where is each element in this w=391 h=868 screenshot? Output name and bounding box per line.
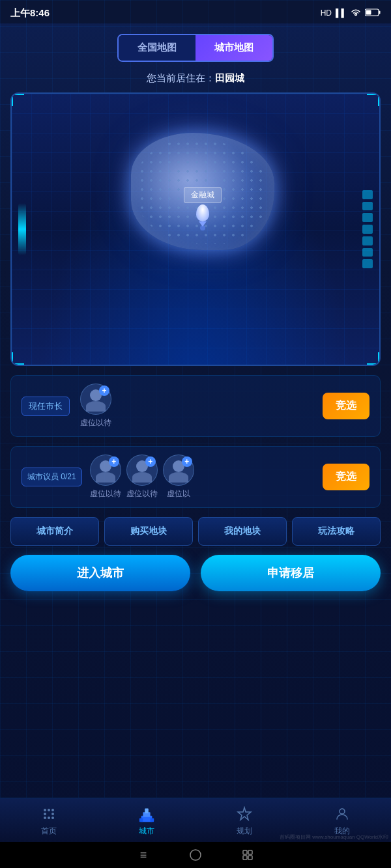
status-bar: 上午8:46 HD ▌▌ bbox=[0, 0, 391, 23]
home-icon bbox=[40, 805, 58, 823]
council-row: 城市议员 0/21 + 虚位以待 + 虚位以待 + bbox=[10, 446, 381, 508]
location-city: 田园城 bbox=[215, 72, 244, 83]
bottom-spacer bbox=[0, 600, 391, 692]
recent-apps-button[interactable] bbox=[241, 848, 254, 861]
location-prefix: 您当前居住在： bbox=[147, 72, 215, 83]
council-avatar-label-2: 虚位以待 bbox=[126, 488, 158, 499]
watermark: 首码圈项目网 www.shoumaquan QQWorld水印 bbox=[280, 833, 388, 841]
svg-rect-13 bbox=[145, 809, 149, 813]
svg-rect-1 bbox=[379, 10, 381, 14]
game-guide-button[interactable]: 玩法攻略 bbox=[292, 517, 381, 546]
mayor-badge: 现任市长 bbox=[22, 397, 70, 416]
mayor-avatar-icon: + bbox=[80, 384, 111, 415]
corner-br bbox=[367, 352, 380, 365]
svg-rect-15 bbox=[151, 819, 154, 822]
svg-rect-14 bbox=[139, 819, 143, 822]
svg-point-10 bbox=[51, 817, 54, 819]
tab-group: 全国地图 城市地图 bbox=[117, 34, 274, 62]
pin-label: 金融城 bbox=[184, 187, 222, 203]
map-inner: 金融城 bbox=[12, 94, 379, 365]
corner-bl bbox=[11, 352, 24, 365]
side-segment bbox=[362, 202, 373, 211]
nav-plan[interactable]: 规划 bbox=[195, 798, 293, 842]
enter-city-button[interactable]: 进入城市 bbox=[10, 555, 190, 591]
nav-home[interactable]: 首页 bbox=[0, 798, 98, 842]
council-avatar-label-3: 虚位以 bbox=[167, 488, 190, 499]
system-bar bbox=[0, 842, 391, 868]
status-time: 上午8:46 bbox=[10, 7, 50, 20]
battery-icon bbox=[365, 8, 381, 18]
me-icon bbox=[333, 805, 351, 823]
action-buttons: 城市简介 购买地块 我的地块 玩法攻略 bbox=[10, 517, 381, 546]
status-icons: HD ▌▌ bbox=[321, 8, 381, 18]
signal-hd: HD bbox=[321, 8, 332, 18]
council-avatar-2: + 虚位以待 bbox=[126, 455, 158, 499]
side-segment bbox=[362, 236, 373, 245]
city-intro-button[interactable]: 城市简介 bbox=[10, 517, 99, 546]
plan-icon bbox=[235, 805, 253, 823]
council-avatar-3: + 虚位以 bbox=[163, 455, 194, 499]
nav-city-label: 城市 bbox=[139, 826, 154, 837]
location-pin: 金融城 bbox=[184, 187, 222, 231]
mayor-row: 现任市长 + 虚位以待 竞选 bbox=[10, 375, 381, 437]
svg-rect-20 bbox=[248, 850, 252, 854]
svg-rect-19 bbox=[243, 850, 247, 854]
side-segment bbox=[362, 259, 373, 268]
svg-point-8 bbox=[44, 817, 46, 819]
nav-plan-label: 规划 bbox=[237, 826, 252, 837]
island-shape[interactable]: 金融城 bbox=[131, 133, 274, 250]
main-actions: 进入城市 申请移居 bbox=[10, 555, 381, 591]
council-badge: 城市议员 0/21 bbox=[22, 468, 82, 486]
location-display: 您当前居住在：田园城 bbox=[0, 70, 391, 92]
svg-point-3 bbox=[44, 809, 46, 811]
side-segment bbox=[362, 225, 373, 234]
svg-point-18 bbox=[190, 850, 201, 860]
mayor-avatar-label: 虚位以待 bbox=[80, 417, 111, 428]
council-compete-button[interactable]: 竞选 bbox=[323, 464, 369, 490]
avatar-plus-icon: + bbox=[109, 456, 119, 467]
corner-tr bbox=[367, 93, 380, 106]
svg-point-17 bbox=[340, 809, 345, 814]
tab-national-map[interactable]: 全国地图 bbox=[119, 35, 195, 61]
back-button[interactable] bbox=[137, 848, 150, 861]
svg-point-5 bbox=[51, 809, 54, 811]
mayor-compete-button[interactable]: 竞选 bbox=[323, 393, 369, 419]
pin-icon bbox=[196, 204, 209, 221]
mayor-avatar: + 虚位以待 bbox=[80, 384, 111, 428]
council-avatars: + 虚位以待 + 虚位以待 + 虚位以 bbox=[90, 455, 315, 499]
wifi-icon bbox=[351, 8, 361, 18]
tab-city-map[interactable]: 城市地图 bbox=[195, 35, 272, 61]
svg-point-9 bbox=[48, 817, 50, 819]
svg-point-4 bbox=[48, 809, 50, 811]
council-avatar-icon-3: + bbox=[163, 455, 194, 486]
svg-marker-16 bbox=[238, 807, 251, 820]
svg-rect-22 bbox=[248, 856, 252, 860]
side-decoration-right bbox=[362, 190, 373, 268]
avatar-plus-icon: + bbox=[99, 385, 109, 396]
my-land-button[interactable]: 我的地块 bbox=[198, 517, 287, 546]
tab-switcher: 全国地图 城市地图 bbox=[0, 23, 391, 70]
council-section: 城市议员 0/21 + 虚位以待 + 虚位以待 + bbox=[10, 446, 381, 508]
side-segment bbox=[362, 248, 373, 257]
nav-home-label: 首页 bbox=[41, 826, 57, 837]
council-avatar-icon-1: + bbox=[90, 455, 121, 486]
buy-land-button[interactable]: 购买地块 bbox=[104, 517, 193, 546]
signal-bars: ▌▌ bbox=[336, 8, 347, 18]
svg-point-6 bbox=[44, 813, 46, 815]
home-system-button[interactable] bbox=[189, 848, 202, 861]
council-avatar-label-1: 虚位以待 bbox=[90, 488, 121, 499]
avatar-plus-icon: + bbox=[145, 456, 156, 467]
nav-city[interactable]: 城市 bbox=[98, 798, 195, 842]
map-container[interactable]: 金融城 bbox=[10, 92, 381, 366]
apply-move-button[interactable]: 申请移居 bbox=[201, 555, 381, 591]
side-segment bbox=[362, 213, 373, 222]
mayor-section: 现任市长 + 虚位以待 竞选 bbox=[10, 375, 381, 437]
council-avatar-icon-2: + bbox=[126, 455, 158, 486]
svg-point-7 bbox=[51, 813, 54, 815]
svg-rect-21 bbox=[243, 856, 247, 860]
council-avatar-1: + 虚位以待 bbox=[90, 455, 121, 499]
side-segment bbox=[362, 190, 373, 199]
side-decoration-left bbox=[18, 203, 26, 255]
city-icon bbox=[138, 805, 156, 823]
avatar-plus-icon: + bbox=[182, 456, 192, 467]
